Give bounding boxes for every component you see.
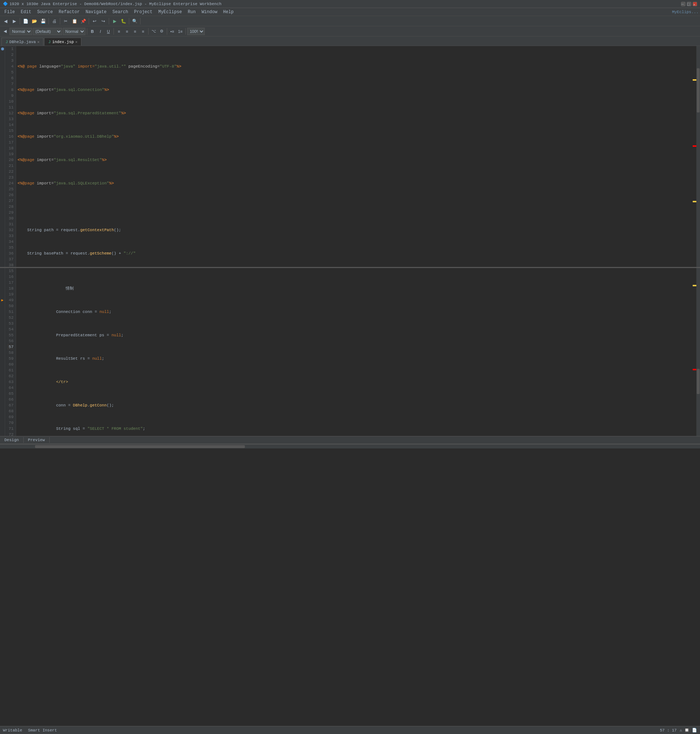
sep1 <box>20 18 20 25</box>
paste-button[interactable]: 📌 <box>79 17 87 25</box>
open-button[interactable]: 📂 <box>30 17 38 25</box>
cut-button[interactable]: ✂ <box>62 17 70 25</box>
code-line-7 <box>18 204 691 209</box>
code-area-bottom[interactable]: 情制 Connection conn = null; PreparedState… <box>16 268 692 436</box>
titlebar-left: 🔷 1920 x 1030e Java Enterprise - Demo08/… <box>3 1 222 6</box>
underline-button[interactable]: U <box>105 28 112 35</box>
margin-b-1 <box>0 268 5 274</box>
sep5 <box>109 18 109 25</box>
menu-refactor[interactable]: Refactor <box>56 9 83 15</box>
line-numbers-bottom: 1516171819 4950515253 545556 57 58596061… <box>5 268 16 436</box>
run-button[interactable]: ▶ <box>110 17 119 25</box>
back-button[interactable]: ◀ <box>1 17 9 25</box>
code-line-6: <%@page import="java.sql.SQLException"%> <box>18 180 691 186</box>
maximize-button[interactable]: □ <box>687 2 691 6</box>
margin-line-6 <box>0 75 5 81</box>
sep9 <box>113 28 114 35</box>
status-insert-mode: Smart Insert <box>28 728 57 733</box>
close-button[interactable]: ✕ <box>693 2 697 6</box>
menu-file[interactable]: File <box>1 9 18 15</box>
margin-b-4 <box>0 286 5 292</box>
save-button[interactable]: 💾 <box>39 17 47 25</box>
v-scrollbar-thumb-top[interactable] <box>697 68 700 112</box>
code-line-2: <%@page import="java.sql.Connection"%> <box>18 87 691 93</box>
sep6 <box>129 18 129 25</box>
h-scrollbar-thumb[interactable] <box>35 445 245 448</box>
tab-dbhelp[interactable]: J DBhelp.java ✕ <box>1 38 43 46</box>
menu-help[interactable]: Help <box>220 9 237 15</box>
margin-line-5 <box>0 69 5 75</box>
minimize-button[interactable]: ─ <box>681 2 685 6</box>
bold-button[interactable]: B <box>89 28 96 35</box>
right-gutter-bottom <box>692 268 696 436</box>
perspective-label: MyEclips... <box>672 10 699 14</box>
tab-preview[interactable]: Preview <box>24 437 50 443</box>
menubar: File Edit Source Refactor Navigate Searc… <box>0 8 700 16</box>
menu-search[interactable]: Search <box>109 9 131 15</box>
search-button[interactable]: 🔍 <box>131 17 139 25</box>
titlebar-right[interactable]: ─ □ ✕ <box>681 2 697 6</box>
left-margin-top <box>0 46 5 267</box>
italic-button[interactable]: I <box>97 28 104 35</box>
zoom-select[interactable]: 100% <box>187 28 205 35</box>
v-scrollbar-top[interactable] <box>696 46 700 267</box>
justify-button[interactable]: ≡ <box>140 28 147 35</box>
redo-button[interactable]: ↪ <box>99 17 107 25</box>
margin-b-3 <box>0 280 5 286</box>
h-scrollbar[interactable] <box>0 444 700 448</box>
sep12 <box>185 28 186 35</box>
tab-index[interactable]: J index.jsp ✕ <box>44 38 81 46</box>
bookmark-1 <box>0 46 5 52</box>
bullet-list-button[interactable]: •≡ <box>169 28 176 35</box>
code-line-b50: String sql = "SELECT * FROM student"; <box>18 426 691 432</box>
prev-edit-button[interactable]: ◀ <box>1 28 9 35</box>
editor-tabs: J DBhelp.java ✕ J index.jsp ✕ <box>0 37 700 46</box>
menu-navigate[interactable]: Navigate <box>82 9 109 15</box>
template-button[interactable]: ⚙ <box>158 28 165 35</box>
code-area-top[interactable]: <%@ page language="java" import="java.ut… <box>16 46 692 267</box>
sep7 <box>140 18 141 25</box>
margin-b-2 <box>0 274 5 280</box>
v-scrollbar-bottom[interactable] <box>696 268 700 436</box>
window-title: 1920 x 1030e Java Enterprise - Demo08/We… <box>9 2 222 6</box>
app-icon: 🔷 <box>3 1 8 6</box>
code-line-3: <%@page import="java.sql.PreparedStateme… <box>18 110 691 116</box>
code-line-b18: ResultSet rs = null; <box>18 356 691 361</box>
menu-window[interactable]: Window <box>199 9 220 15</box>
menu-edit[interactable]: Edit <box>18 9 34 15</box>
align-center-button[interactable]: ≡ <box>124 28 131 35</box>
debug-button[interactable]: 🐛 <box>119 17 127 25</box>
statusbar: Writable Smart Insert 57 : 17 ⚠ 🔲 📄 <box>0 726 700 734</box>
code-line-9: String basePath = request.getScheme() + … <box>18 251 691 256</box>
menu-run[interactable]: Run <box>185 9 199 15</box>
v-scrollbar-thumb-bottom[interactable] <box>697 369 700 394</box>
new-button[interactable]: 📄 <box>22 17 29 25</box>
tab-index-label: index.jsp <box>52 40 74 44</box>
menu-myeclipse[interactable]: MyEclipse <box>156 9 185 15</box>
sep3 <box>60 18 60 25</box>
right-gutter-top <box>692 46 696 267</box>
status-writable: Writable <box>3 728 22 733</box>
code-line-4: <%@page import="org.xiaomao.Util.DBhelp"… <box>18 134 691 140</box>
toggle-source-button[interactable]: ⌥ <box>150 28 157 35</box>
forward-button[interactable]: ▶ <box>10 17 18 25</box>
tab-dbhelp-close[interactable]: ✕ <box>37 40 40 44</box>
style-select[interactable]: Normal <box>9 28 32 35</box>
size-select[interactable]: Normal <box>63 28 85 35</box>
menu-source[interactable]: Source <box>34 9 56 15</box>
print-button[interactable]: 🖨 <box>50 17 58 25</box>
num-list-button[interactable]: 1≡ <box>176 28 184 35</box>
tab-design[interactable]: Design <box>0 437 24 443</box>
font-select[interactable]: (Default) <box>33 28 62 35</box>
format-toolbar: ◀ Normal (Default) Normal B I U ≡ ≡ ≡ ≡ … <box>0 26 700 37</box>
copy-button[interactable]: 📋 <box>71 17 78 25</box>
left-margin-bottom: ▶ <box>0 268 5 436</box>
code-line-b15: 情制 <box>18 286 691 292</box>
menu-project[interactable]: Project <box>131 9 155 15</box>
undo-button[interactable]: ↩ <box>91 17 99 25</box>
align-right-button[interactable]: ≡ <box>131 28 139 35</box>
tab-index-icon: J <box>48 40 51 44</box>
tab-index-close[interactable]: ✕ <box>75 40 77 44</box>
align-left-button[interactable]: ≡ <box>115 28 123 35</box>
titlebar: 🔷 1920 x 1030e Java Enterprise - Demo08/… <box>0 0 700 8</box>
